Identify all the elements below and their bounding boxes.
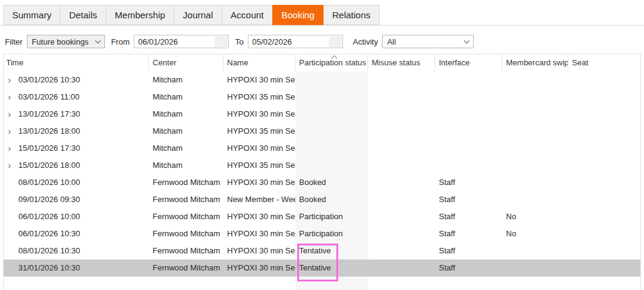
table-row[interactable]: 09/01/2026 09:30Fernwood MitchamNew Memb… [4,191,640,208]
to-label: To [235,37,244,46]
column-header-label: Interface [439,58,470,67]
column-header-time[interactable]: Time [4,54,149,71]
column-header-label: Membercard swiped [506,58,568,67]
cell-time-text: 06/01/2026 10:30 [18,229,80,238]
grid-rows: ›03/01/2026 10:30MitchamHYPOXI 30 min Se… [4,71,640,277]
table-row[interactable]: 08/01/2026 10:00Fernwood MitchamHYPOXI 3… [4,174,640,191]
cell-center: Fernwood Mitcham [149,242,223,259]
cell-seat [568,140,640,157]
column-header-membercard-swiped[interactable]: Membercard swiped [502,54,568,71]
cell-seat [568,208,640,225]
cell-center: Fernwood Mitcham [149,174,223,191]
sorted-column-shading [295,277,368,290]
cell-name: HYPOXI 35 min Sess... [223,89,295,106]
table-row[interactable]: ›03/01/2026 11:00MitchamHYPOXI 35 min Se… [4,89,640,106]
to-date-input[interactable]: 05/02/2026 [248,35,343,48]
cell-time-text: 09/01/2026 09:30 [18,195,80,204]
from-date-picker-button[interactable] [215,36,228,47]
column-header-seat[interactable]: Seat [568,54,640,71]
bookings-grid: TimeCenterNameParticipation statusMisuse… [3,54,641,290]
column-header-label: Center [153,58,176,67]
cell-time-text: 31/01/2026 10:30 [18,263,80,272]
cell-seat [568,191,640,208]
cell-misuse-status [368,242,435,259]
tab-summary[interactable]: Summary [3,5,60,25]
cell-time-text: 15/01/2026 18:00 [18,161,80,170]
tab-relations[interactable]: Relations [323,5,380,25]
cell-participation-status: Tentative [295,242,368,259]
table-row[interactable]: 06/01/2026 10:00Fernwood MitchamHYPOXI 3… [4,208,640,225]
cell-interface: Staff [435,174,502,191]
cell-interface: Staff [435,259,502,277]
table-row[interactable]: ›15/01/2026 18:00MitchamHYPOXI 35 min Se… [4,157,640,174]
cell-time: 08/01/2026 10:30 [4,242,149,259]
cell-participation-status: Participation [295,225,368,242]
cell-name: HYPOXI 30 min Sess... [223,208,295,225]
cell-time-text: 15/01/2026 17:30 [18,143,80,153]
cell-interface [435,123,502,140]
cell-name: HYPOXI 30 min Sess... [223,225,295,242]
table-row[interactable]: ›13/01/2026 18:00MitchamHYPOXI 35 min Se… [4,123,640,140]
column-header-name[interactable]: Name [223,54,295,71]
table-row[interactable]: ›13/01/2026 17:30MitchamHYPOXI 30 min Se… [4,106,640,123]
tab-account[interactable]: Account [222,5,273,25]
cell-name: HYPOXI 30 min Sess... [223,106,295,123]
column-header-center[interactable]: Center [149,54,223,71]
cell-name: HYPOXI 35 min Sess... [223,123,295,140]
cell-time: ›15/01/2026 18:00 [4,157,149,174]
tab-strip: SummaryDetailsMembershipJournalAccountBo… [3,5,644,25]
cell-center: Mitcham [149,106,223,123]
cell-participation-status [295,89,368,106]
cell-membercard-swiped [502,259,568,277]
filter-dropdown[interactable]: Future bookings [27,35,105,48]
column-header-participation-status[interactable]: Participation status [295,54,368,71]
cell-time: 06/01/2026 10:30 [4,225,149,242]
tab-booking[interactable]: Booking [272,5,324,25]
cell-time-text: 08/01/2026 10:00 [18,178,80,187]
cell-membercard-swiped [502,106,568,123]
table-row[interactable]: ›15/01/2026 17:30MitchamHYPOXI 30 min Se… [4,140,640,157]
cell-membercard-swiped [502,242,568,259]
cell-participation-status [295,106,368,123]
cell-misuse-status [368,225,435,242]
cell-seat [568,174,640,191]
cell-participation-status [295,140,368,157]
column-header-misuse-status[interactable]: Misuse status [368,54,435,71]
cell-interface: Staff [435,208,502,225]
expand-chevron-icon[interactable]: › [8,71,15,88]
tab-journal[interactable]: Journal [174,5,222,25]
expand-chevron-icon[interactable]: › [8,140,15,156]
cell-name: HYPOXI 35 min Sess... [223,157,295,174]
cell-time: ›03/01/2026 10:30 [4,71,149,89]
to-date-value: 05/02/2026 [252,37,292,46]
activity-dropdown[interactable]: All [382,35,474,48]
tab-membership[interactable]: Membership [106,5,175,25]
cell-participation-status: Booked [295,174,368,191]
cell-time: ›03/01/2026 11:00 [4,89,149,106]
expand-chevron-icon[interactable]: › [8,157,15,173]
cell-misuse-status [368,140,435,157]
to-date-picker-button[interactable] [329,36,342,47]
cell-participation-status [295,71,368,89]
column-header-interface[interactable]: Interface [435,54,502,71]
activity-dropdown-value: All [387,37,396,46]
expand-chevron-icon[interactable]: › [8,123,15,139]
cell-name: HYPOXI 30 min Sess... [223,259,295,277]
tab-details[interactable]: Details [60,5,106,25]
table-row[interactable]: 06/01/2026 10:30Fernwood MitchamHYPOXI 3… [4,225,640,242]
cell-participation-status: Booked [295,191,368,208]
cell-center: Mitcham [149,89,223,106]
cell-time-text: 06/01/2026 10:00 [18,212,80,221]
table-row[interactable]: 31/01/2026 10:30Fernwood MitchamHYPOXI 3… [4,259,640,277]
cell-name: HYPOXI 30 min Sess... [223,174,295,191]
cell-misuse-status [368,106,435,123]
expand-chevron-icon[interactable]: › [8,89,15,105]
from-date-input[interactable]: 06/01/2026 [134,35,229,48]
cell-membercard-swiped [502,89,568,106]
cell-misuse-status [368,174,435,191]
table-row[interactable]: 08/01/2026 10:30Fernwood MitchamHYPOXI 3… [4,242,640,259]
table-row[interactable]: ›03/01/2026 10:30MitchamHYPOXI 30 min Se… [4,71,640,89]
cell-time: ›13/01/2026 17:30 [4,106,149,123]
cell-misuse-status [368,259,435,277]
expand-chevron-icon[interactable]: › [8,106,15,122]
